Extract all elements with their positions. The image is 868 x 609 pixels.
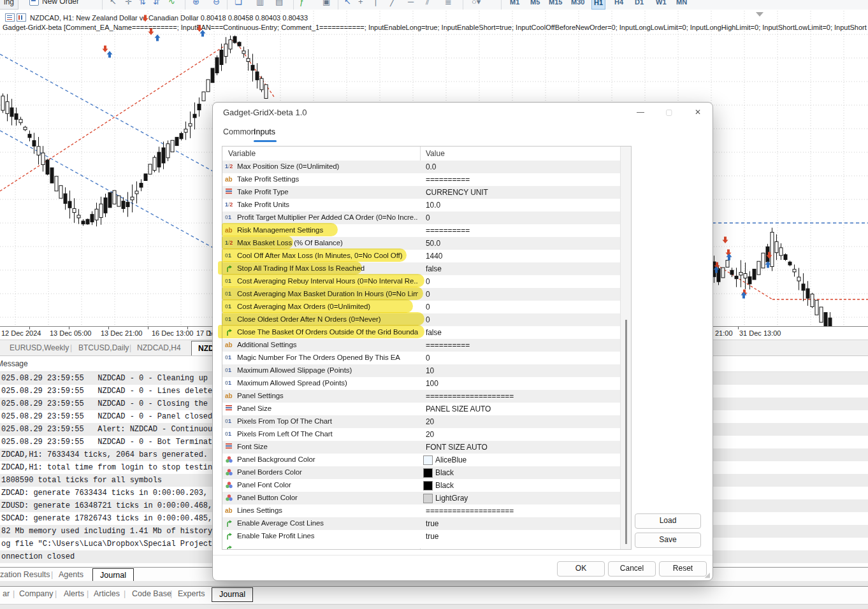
timeframe-m1[interactable]: M1 [508, 0, 521, 8]
variable-value[interactable]: true [426, 519, 617, 528]
close-icon[interactable]: ✕ [688, 104, 708, 120]
input-row[interactable]: 01Magic Number For The Orders Opened By … [222, 352, 621, 364]
input-row[interactable]: 01Maximum Allowed Slippage (Points)10 [222, 364, 621, 377]
variable-value[interactable]: 20 [426, 430, 617, 439]
timeframe-h4[interactable]: H4 [612, 0, 625, 8]
input-row[interactable]: Enable Take Profit Linestrue [222, 530, 621, 543]
input-row[interactable]: abTake Profit Settings========== [222, 173, 621, 186]
chart-tab-nzdcad[interactable]: NZDCAD,H4 [137, 343, 181, 352]
input-row[interactable]: 01Cool Off After Max Loss (In Minutes, 0… [222, 250, 621, 262]
variable-value[interactable]: CURRENCY UNIT [426, 188, 617, 197]
input-row[interactable]: 1/2Max Position Size (0=Unlimited)0.0 [222, 161, 621, 173]
variable-value[interactable]: ==================== [426, 506, 617, 515]
candle-chart-icon[interactable]: ▤ [275, 0, 283, 8]
cursor-icon[interactable]: ↖ [110, 0, 117, 8]
toolbox-tab-alerts[interactable]: Alerts [64, 589, 84, 598]
one-click-trading-icon[interactable] [5, 13, 15, 22]
indicators-icon[interactable]: ƒ [300, 0, 304, 8]
variable-value[interactable]: ========== [426, 226, 617, 235]
toolbox-tab-articles[interactable]: Articles [94, 589, 120, 598]
input-row[interactable]: Panel Button ColorLightGray [222, 492, 621, 505]
variable-value[interactable]: ==================== [426, 392, 617, 401]
timeframe-d1[interactable]: D1 [633, 0, 646, 8]
timeframe-m5[interactable]: M5 [528, 0, 542, 8]
tab-common[interactable]: Common [223, 127, 256, 136]
input-row[interactable]: abLines Settings==================== [222, 505, 621, 517]
load-button[interactable]: Load [635, 513, 701, 529]
sell-order-icon[interactable]: ⇵ [153, 0, 160, 8]
tab-inputs[interactable]: Inputs [254, 127, 275, 136]
input-row[interactable]: Panel Background ColorAliceBlue [222, 454, 621, 466]
variable-value[interactable]: Black [435, 481, 626, 490]
zoom-in-icon[interactable]: ⊕ [192, 0, 199, 8]
variable-value[interactable]: false [426, 328, 617, 337]
variable-value[interactable]: LightGray [435, 494, 626, 503]
variable-value[interactable]: 0.0 [426, 162, 617, 171]
vertical-line-icon[interactable]: ∣ [373, 0, 378, 8]
variable-value[interactable]: 10.0 [426, 201, 617, 210]
ok-button[interactable]: OK [557, 561, 605, 577]
cancel-button[interactable]: Cancel [608, 561, 656, 577]
input-row[interactable]: abRisk Management Settings========== [222, 224, 621, 237]
pointer-tool-icon[interactable]: ↖ [344, 0, 351, 8]
buy-order-icon[interactable]: ⇅ [139, 0, 146, 8]
variable-value[interactable]: true [426, 532, 617, 541]
variable-value[interactable]: 0 [426, 315, 617, 324]
reset-button[interactable]: Reset [659, 561, 707, 577]
toolbox-tab-code-base[interactable]: Code Base [132, 589, 171, 598]
variable-value[interactable]: 0 [426, 213, 617, 222]
input-row[interactable]: Font SizeFONT SIZE AUTO [222, 441, 621, 454]
table-scrollbar[interactable] [620, 147, 631, 549]
resize-grip[interactable]: ◢ [705, 571, 710, 579]
scrollbar-thumb[interactable] [625, 320, 627, 544]
camera-icon[interactable]: ▣ [322, 0, 330, 8]
variable-value[interactable]: 0 [426, 290, 617, 299]
input-row[interactable]: abAdditional Settings========== [222, 339, 621, 352]
chart-tab-eurusd[interactable]: EURUSD,Weekly [10, 343, 69, 352]
variable-value[interactable]: 10 [426, 366, 617, 375]
input-row[interactable]: 01Pixels From Left Of The Chart20 [222, 428, 621, 441]
toolbar-cut-button[interactable]: ing [0, 0, 18, 10]
toolbox-tab-journal[interactable]: Journal [212, 587, 253, 602]
input-row[interactable]: 01Close Oldest Order After N Orders (0=N… [222, 313, 621, 326]
bar-chart-icon[interactable]: ▥ [256, 0, 264, 8]
input-row[interactable]: Panel Borders ColorBlack [222, 466, 621, 479]
timeframe-mn[interactable]: MN [674, 0, 689, 8]
variable-value[interactable]: false [426, 264, 617, 273]
input-row[interactable]: 1/2Max Basket Loss (% Of Balance)50.0 [222, 237, 621, 250]
input-row[interactable]: Panel SizePANEL SIZE AUTO [222, 403, 621, 415]
variable-value[interactable]: ========== [426, 175, 617, 184]
toolbox-tab-ar[interactable]: ar [3, 589, 10, 598]
variable-value[interactable]: 20 [426, 417, 617, 426]
fibonacci-icon[interactable]: ≣ [445, 0, 452, 8]
variable-value[interactable]: 50.0 [426, 239, 617, 248]
timeframe-h1[interactable]: H1 [591, 0, 605, 10]
variable-value[interactable]: 0 [426, 303, 617, 312]
input-row[interactable]: 01Cost Averaging Rebuy Interval Hours (0… [222, 275, 621, 288]
channel-icon[interactable]: ⫽ [426, 0, 430, 8]
input-row[interactable]: abPanel Settings==================== [222, 390, 621, 403]
tester-tab-zation-results[interactable]: zation Results [0, 570, 50, 579]
save-button[interactable]: Save [635, 533, 701, 548]
variable-value[interactable]: PANEL SIZE AUTO [426, 405, 617, 413]
input-row[interactable]: 01Pixels From Top Of The Chart20 [222, 415, 621, 428]
shapes-icon[interactable]: ○▾ [472, 0, 481, 8]
tick-chart-icon[interactable]: ∿ [168, 0, 175, 8]
toolbox-tab-company[interactable]: Company [19, 589, 54, 598]
variable-value[interactable]: 0 [426, 354, 617, 362]
horizontal-line-icon[interactable]: ─ [408, 0, 414, 8]
toolbox-tab-experts[interactable]: Experts [178, 589, 205, 598]
variable-value[interactable]: FONT SIZE AUTO [426, 443, 617, 452]
input-row[interactable]: Panel Font ColorBlack [222, 479, 621, 492]
variable-value[interactable]: Black [435, 468, 626, 477]
input-row[interactable]: Close The Basket Of Orders Outside Of th… [222, 326, 621, 339]
tile-windows-icon[interactable]: ❏ [235, 0, 242, 8]
new-order-button[interactable]: New Order [29, 0, 79, 8]
crosshair-icon[interactable]: ✛ [125, 0, 132, 8]
timeframe-w1[interactable]: W1 [654, 0, 669, 8]
minimize-icon[interactable]: — [630, 104, 651, 120]
depth-of-market-icon[interactable] [17, 13, 26, 22]
variable-value[interactable]: 0 [426, 277, 617, 286]
chart-tab-btcusd[interactable]: BTCUSD,Daily [78, 343, 129, 352]
input-row[interactable]: Take Profit TypeCURRENCY UNIT [222, 186, 621, 199]
